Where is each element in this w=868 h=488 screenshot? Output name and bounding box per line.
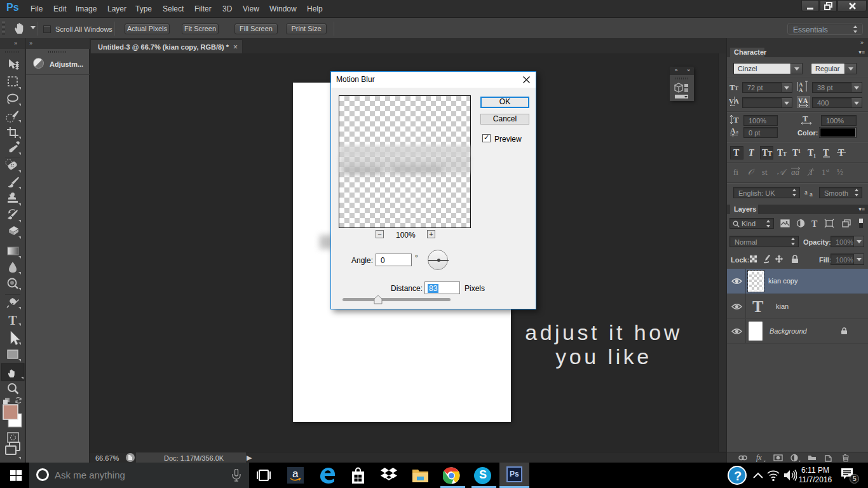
- svg-text:st: st: [826, 168, 830, 173]
- svg-text:T: T: [823, 148, 829, 158]
- svg-text:a: a: [736, 128, 738, 135]
- svg-text:T: T: [733, 148, 740, 158]
- svg-text:𝒪: 𝒪: [748, 167, 756, 177]
- svg-text:T: T: [811, 219, 818, 229]
- svg-text:T: T: [749, 148, 755, 158]
- svg-text:1: 1: [813, 153, 816, 159]
- svg-text:1: 1: [798, 149, 801, 154]
- svg-text:T: T: [783, 151, 787, 157]
- svg-text:T: T: [803, 114, 808, 123]
- svg-text:T: T: [809, 167, 814, 177]
- svg-text:T: T: [735, 85, 738, 92]
- svg-text:fi: fi: [733, 167, 738, 177]
- svg-text:a: a: [804, 188, 808, 196]
- svg-text:T: T: [733, 115, 739, 125]
- svg-text:V: V: [798, 97, 803, 104]
- svg-text:½: ½: [837, 167, 843, 177]
- svg-text:A: A: [734, 97, 739, 105]
- svg-text:A: A: [803, 97, 808, 104]
- svg-text:1: 1: [822, 167, 826, 177]
- svg-text:𝒜: 𝒜: [777, 167, 787, 177]
- svg-text:V: V: [729, 97, 734, 105]
- svg-text:T: T: [8, 313, 17, 327]
- svg-text:st: st: [762, 167, 768, 177]
- svg-text:A: A: [799, 87, 803, 93]
- svg-text:a: a: [810, 190, 813, 197]
- svg-text:T: T: [768, 149, 773, 157]
- svg-text:fx: fx: [756, 453, 762, 462]
